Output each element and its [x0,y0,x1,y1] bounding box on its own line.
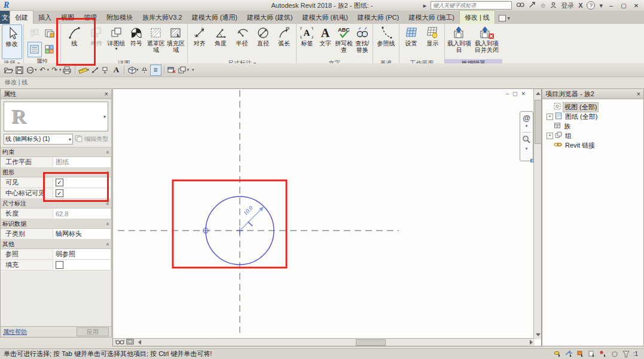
minimize-button[interactable]: – [607,2,615,9]
tab-family-lib[interactable]: 族库大师V3.2 [138,11,187,24]
tree-item-families[interactable]: 族 [543,121,643,131]
text-note-icon[interactable]: A [111,65,121,75]
vertical-scrollbar[interactable] [533,89,541,339]
temporary-hide-isolate-icon[interactable] [115,339,124,346]
signin-person-icon[interactable] [550,2,557,10]
line-button[interactable]: 线 [62,24,87,59]
filled-region-button[interactable]: 填充区域 [166,24,186,59]
reveal-hidden-elements-icon[interactable] [126,339,134,346]
sync-dropdown-icon[interactable]: ▾ [35,67,37,72]
filter-icon[interactable] [622,350,631,358]
select-pinned-icon[interactable] [576,350,585,358]
switch-windows-icon[interactable] [178,65,188,75]
worksets-icon[interactable] [554,350,563,358]
tab-view[interactable]: 视图 [56,11,79,24]
detail-group-button[interactable]: 详图组 ▾ [106,24,126,59]
thin-lines-icon[interactable]: ≡ [150,65,161,76]
chevron-down-icon[interactable]: ▾ [103,114,106,119]
type-selector[interactable]: R ▾ [4,102,108,131]
tab-bim-pc[interactable]: 建模大师 (PC) [353,11,404,24]
view-restore-icon[interactable]: ▢ [512,91,518,97]
search-icon[interactable] [516,1,524,10]
communication-center-icon[interactable] [529,1,536,10]
drawing-view[interactable]: 10.0 I [113,89,535,339]
steering-wheel-icon[interactable]: @ [523,113,530,122]
load-into-project-button[interactable]: 载入到项目 [446,24,472,59]
horizontal-scroll-track[interactable] [143,339,530,346]
redo-icon[interactable]: ↷ [50,65,60,75]
text-button[interactable]: A 文字 [316,24,335,59]
show-workplane-button[interactable]: 显示 [422,24,444,59]
group-constraints[interactable]: 约束« [1,148,111,157]
tab-create[interactable]: 创建 [10,10,33,24]
properties-header[interactable]: 属性 × [1,89,111,99]
group-identity-data[interactable]: 标识数据« [1,219,111,229]
measure-dropdown-icon[interactable]: ▾ [87,67,90,72]
group-other[interactable]: 其他« [1,240,111,249]
tree-item-views[interactable]: 视图 (全部) [543,102,643,112]
tab-addins[interactable]: 附加模块 [102,11,138,24]
radius-dimension-value[interactable]: 10.0 [242,204,254,216]
tab-bim-general[interactable]: 建模大师 (通用) [187,11,242,24]
scroll-up-icon[interactable] [536,92,541,95]
scroll-down-icon[interactable] [536,333,541,336]
view-close-icon[interactable]: ✕ [521,91,526,97]
expand-icon[interactable]: + [547,133,553,139]
exchange-apps-icon[interactable]: X [578,2,582,9]
search-expand-icon[interactable]: ▸ [423,2,427,9]
tab-bim-arch[interactable]: 建模大师 (建筑) [242,11,297,24]
3d-dropdown-icon[interactable]: ▾ [136,67,139,72]
tree-item-sheets[interactable]: + 图纸 (全部) [543,112,643,121]
instance-combo[interactable]: 线 (轴网标头) (1) ▾ [4,134,73,145]
zoom-icon[interactable] [522,135,531,145]
properties-palette-icon[interactable] [28,42,42,57]
set-workplane-button[interactable]: 设置 [401,24,422,59]
group-graphics[interactable]: 图形« [1,168,111,177]
masking-region-button[interactable]: 遮罩区域 [146,24,166,59]
family-parameters-icon[interactable] [42,42,57,57]
tab-bim-mep[interactable]: 建模大师 (机电) [297,11,352,24]
undo-icon[interactable]: ↶ [38,65,48,75]
redo-dropdown-icon[interactable]: ▾ [59,67,62,72]
find-replace-button[interactable]: 查找/替换 [353,24,371,59]
view-minimize-icon[interactable]: – [506,91,509,97]
measure-icon[interactable] [78,65,88,75]
aligned-dimension-icon[interactable] [90,65,100,75]
default-3d-view-icon[interactable] [127,65,137,75]
tab-file[interactable]: 文件 [0,11,10,24]
tag-icon[interactable] [100,65,111,75]
modify-button[interactable]: 修改 [2,24,22,59]
drag-on-selection-icon[interactable] [599,350,608,358]
family-category-icon[interactable] [28,26,42,41]
help-search-input[interactable] [431,1,512,10]
radial-dim-button[interactable]: 半径 [231,24,252,59]
close-button[interactable]: ✕ [632,2,640,9]
horizontal-scrollbar[interactable] [113,338,535,346]
properties-help-link[interactable]: 属性帮助 [3,328,77,336]
help-icon[interactable]: ? [587,1,595,10]
detail-component-button[interactable]: 构件 [87,24,106,59]
apply-button[interactable]: 应用 [77,327,109,336]
symbol-button[interactable]: 符号 [126,24,146,59]
label-button[interactable]: A 标签 [298,24,316,59]
save-icon[interactable] [14,65,25,75]
qat-customize-icon[interactable]: ▾ [192,67,194,72]
section-icon[interactable] [139,65,149,75]
angular-dim-button[interactable]: 角度 [210,24,231,59]
revit-app-icon[interactable]: R [4,1,9,10]
load-and-close-button[interactable]: 载入到项目并关闭 [472,24,501,59]
aligned-dim-button[interactable]: 对齐 [189,24,210,59]
editable-only-icon[interactable] [565,350,574,358]
undo-dropdown-icon[interactable]: ▾ [47,67,50,72]
tab-manage[interactable]: 管理 [79,11,102,24]
vertical-scroll-thumb[interactable] [535,100,542,144]
signin-label[interactable]: 登录 [561,2,574,9]
horizontal-scroll-thumb[interactable] [356,339,386,346]
select-by-face-icon[interactable] [588,350,597,358]
project-browser-close-icon[interactable]: × [637,90,640,97]
switch-windows-dropdown-icon[interactable]: ▾ [187,67,190,72]
reference-line-button[interactable]: 参照线 [375,24,398,59]
scroll-right-icon[interactable] [530,340,533,345]
project-browser-header[interactable]: 项目浏览器 - 族2 × [542,89,643,99]
sync-icon[interactable] [25,65,35,75]
